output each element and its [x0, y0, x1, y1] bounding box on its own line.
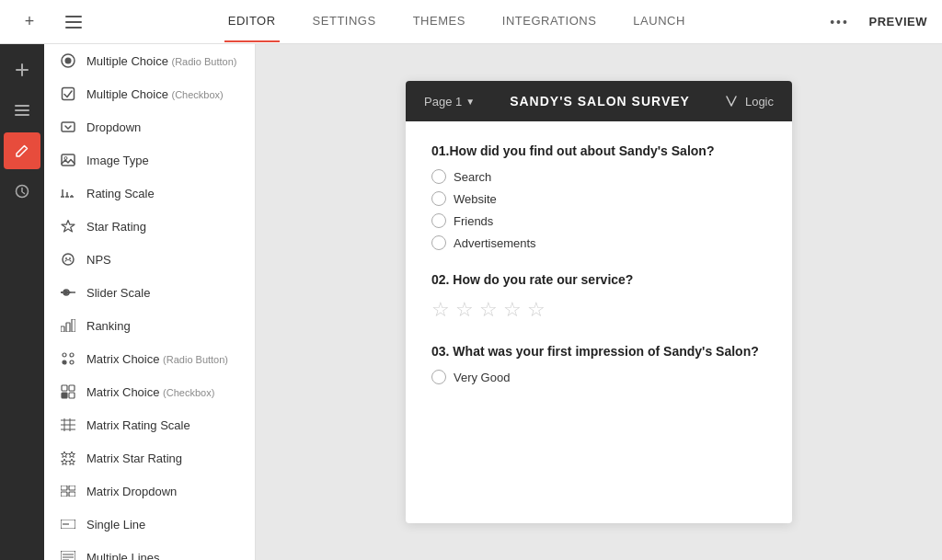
svg-rect-54 [61, 551, 75, 560]
add-button[interactable]: + [15, 7, 44, 37]
question-2: 02. How do you rate our service? ☆ ☆ ☆ ☆… [431, 272, 766, 322]
svg-rect-5 [15, 105, 29, 107]
radio-search[interactable] [431, 169, 446, 184]
tab-launch[interactable]: LAUNCH [629, 1, 688, 42]
star-1[interactable]: ☆ [431, 298, 450, 322]
multiple-lines-icon [59, 548, 77, 560]
sidebar-icon-clock[interactable] [4, 173, 40, 210]
option-website[interactable]: Website [431, 191, 766, 206]
survey-body: 01.How did you find out about Sandy's Sa… [406, 121, 792, 429]
svg-point-31 [63, 353, 66, 357]
matrix-star-icon [59, 449, 77, 467]
icon-sidebar [0, 44, 44, 560]
radio-website[interactable] [431, 191, 446, 206]
svg-point-10 [65, 58, 72, 64]
sidebar-item-nps[interactable]: NPS [44, 243, 255, 276]
sidebar-item-matrix-star-rating[interactable]: Matrix Star Rating [44, 441, 255, 474]
survey-page-label[interactable]: Page 1 ▼ [424, 95, 475, 109]
sidebar-item-star-rating[interactable]: Star Rating [44, 210, 255, 243]
svg-rect-50 [61, 492, 67, 497]
svg-rect-1 [65, 21, 82, 23]
star-5[interactable]: ☆ [527, 298, 546, 322]
image-icon [59, 151, 77, 169]
question-3-text: 03. What was your first impression of Sa… [431, 344, 766, 359]
svg-rect-38 [69, 393, 75, 398]
star-3[interactable]: ☆ [479, 298, 498, 322]
radio-advertisements[interactable] [431, 235, 446, 250]
survey-card: Page 1 ▼ SANDY'S SALON SURVEY Logic 01.H… [406, 81, 792, 523]
star-2[interactable]: ☆ [455, 298, 474, 322]
sidebar-item-multiple-choice-checkbox[interactable]: Multiple Choice (Checkbox) [44, 77, 255, 110]
star-rating-row: ☆ ☆ ☆ ☆ ☆ [431, 298, 766, 322]
option-very-good[interactable]: Very Good [431, 370, 766, 384]
matrix-checkbox-icon [59, 383, 77, 401]
svg-marker-46 [62, 459, 68, 465]
svg-rect-7 [15, 114, 29, 116]
radio-friends[interactable] [431, 213, 446, 228]
svg-point-23 [69, 257, 71, 259]
option-search[interactable]: Search [431, 169, 766, 184]
matrix-checkbox-label: Matrix Choice (Checkbox) [86, 385, 214, 399]
more-options-button[interactable]: ••• [825, 7, 855, 37]
tab-integrations[interactable]: INTEGRATIONS [499, 1, 601, 42]
svg-rect-6 [15, 109, 29, 111]
svg-rect-48 [61, 486, 67, 490]
svg-rect-51 [69, 492, 75, 497]
survey-header: Page 1 ▼ SANDY'S SALON SURVEY Logic [406, 81, 792, 121]
question-1-text: 01.How did you find out about Sandy's Sa… [431, 143, 766, 158]
nps-icon [59, 250, 77, 269]
sidebar-icon-add[interactable] [4, 51, 40, 88]
component-sidebar: Multiple Choice (Radio Button) Multiple … [44, 44, 256, 560]
svg-rect-0 [65, 16, 82, 17]
sidebar-item-matrix-rating-scale[interactable]: Matrix Rating Scale [44, 408, 255, 441]
survey-logic-button[interactable]: Logic [725, 95, 774, 109]
option-advertisements[interactable]: Advertisements [431, 235, 766, 250]
menu-button[interactable] [59, 7, 88, 37]
svg-rect-30 [72, 319, 75, 332]
matrix-dropdown-icon [59, 482, 77, 500]
svg-marker-44 [62, 451, 68, 458]
dropdown-icon [59, 118, 77, 136]
tab-settings[interactable]: SETTINGS [309, 1, 380, 42]
tab-themes[interactable]: THEMES [409, 1, 469, 42]
sidebar-item-ranking[interactable]: Ranking [44, 309, 255, 342]
top-nav-left: + [15, 7, 88, 37]
option-friends[interactable]: Friends [431, 213, 766, 228]
tab-editor[interactable]: EDITOR [224, 1, 280, 42]
preview-button[interactable]: PREVIEW [869, 15, 927, 29]
item-label: Multiple Choice (Radio Button) [86, 54, 236, 68]
sidebar-item-matrix-dropdown[interactable]: Matrix Dropdown [44, 474, 255, 508]
svg-point-33 [63, 360, 66, 364]
radio-very-good[interactable] [431, 370, 446, 384]
top-nav-center: EDITOR SETTINGS THEMES INTEGRATIONS LAUN… [88, 1, 825, 42]
top-nav: + EDITOR SETTINGS THEMES INTEGRATIONS LA… [0, 0, 942, 44]
sidebar-item-matrix-choice-radio[interactable]: Matrix Choice (Radio Button) [44, 342, 255, 375]
star-4[interactable]: ☆ [503, 298, 522, 322]
svg-rect-28 [61, 326, 64, 332]
sidebar-icon-edit[interactable] [4, 132, 40, 169]
sidebar-item-rating-scale[interactable]: Rating Scale [44, 177, 255, 210]
slider-icon [59, 283, 77, 302]
sidebar-item-image-type[interactable]: Image Type [44, 143, 255, 177]
svg-rect-35 [62, 385, 67, 391]
sidebar-item-matrix-choice-checkbox[interactable]: Matrix Choice (Checkbox) [44, 375, 255, 408]
svg-rect-49 [69, 486, 75, 490]
main-layout: Multiple Choice (Radio Button) Multiple … [0, 44, 942, 560]
svg-rect-2 [65, 27, 82, 29]
sidebar-item-multiple-choice-radio[interactable]: Multiple Choice (Radio Button) [44, 44, 255, 77]
svg-point-14 [64, 157, 67, 160]
item-label-text: Multiple Choice (Checkbox) [86, 87, 224, 101]
sidebar-item-multiple-lines[interactable]: Multiple Lines [44, 541, 255, 560]
radio-button-icon [59, 51, 77, 70]
sidebar-item-single-line[interactable]: Single Line [44, 508, 255, 541]
sidebar-icon-list[interactable] [4, 92, 40, 129]
svg-point-34 [70, 360, 74, 364]
survey-title: SANDY'S SALON SURVEY [510, 94, 690, 109]
checkbox-icon [59, 85, 77, 103]
star-icon [59, 217, 77, 235]
sidebar-item-dropdown[interactable]: Dropdown [44, 110, 255, 143]
rating-scale-icon [59, 184, 77, 202]
sidebar-item-slider-scale[interactable]: Slider Scale [44, 276, 255, 309]
matrix-rating-icon [59, 416, 77, 434]
svg-rect-12 [62, 122, 75, 131]
